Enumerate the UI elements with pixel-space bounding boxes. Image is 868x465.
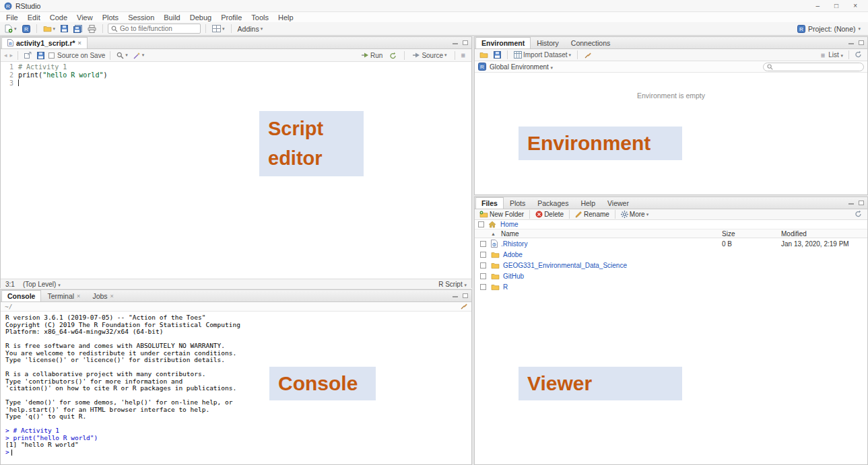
col-size-header[interactable]: Size [722,230,781,238]
tab-files[interactable]: Files [475,197,504,209]
run-button[interactable]: Run [360,51,384,60]
chevron-down-icon: ▾ [551,65,554,70]
search-icon [111,26,118,32]
tab-viewer[interactable]: Viewer [601,197,635,209]
project-dropdown[interactable]: R Project: (None) ▾ [797,25,865,33]
breadcrumb-home[interactable]: Home [500,221,519,228]
back-button[interactable]: ◂ [4,52,7,59]
console-output[interactable]: R version 3.6.1 (2019-07-05) -- "Action … [1,312,471,456]
tab-history-label: History [537,39,559,47]
menu-build[interactable]: Build [159,13,185,22]
row-checkbox[interactable] [480,241,486,247]
close-icon[interactable]: × [110,293,114,299]
row-checkbox[interactable] [480,284,486,290]
delete-button[interactable]: Delete [534,210,565,219]
menu-plots[interactable]: Plots [98,13,123,22]
tab-history[interactable]: History [531,37,565,48]
maximize-button[interactable]: □ [834,2,838,9]
new-folder-button[interactable]: New Folder [478,210,525,219]
new-file-button[interactable]: ▾ [3,24,18,34]
menu-tools[interactable]: Tools [246,13,273,22]
minimize-button[interactable]: – [816,2,820,9]
select-all-checkbox[interactable] [478,221,484,227]
code-editor[interactable]: 1 # Activity 1 2 print("hello R world") … [1,62,471,279]
minimize-pane-icon[interactable] [848,200,854,205]
tab-packages[interactable]: Packages [531,197,574,209]
menu-debug[interactable]: Debug [185,13,216,22]
global-environment-selector[interactable]: Global Environment ▾ [490,63,553,71]
new-project-button[interactable]: R [21,24,32,34]
folder-icon [491,283,500,291]
file-name-link[interactable]: .Rhistory [501,240,527,248]
file-type-selector[interactable]: R Script ▾ [438,281,467,288]
panes-layout-button[interactable]: ▾ [211,24,226,33]
list-view-selector[interactable]: List ▾ [828,51,843,59]
close-icon[interactable]: × [78,40,81,46]
maximize-pane-icon[interactable] [463,40,468,45]
tab-connections[interactable]: Connections [565,37,616,48]
menu-profile[interactable]: Profile [216,13,246,22]
menu-session[interactable]: Session [123,13,159,22]
tab-terminal[interactable]: Terminal× [41,290,86,301]
open-file-button[interactable]: ▾ [42,24,57,33]
tab-console[interactable]: Console [1,290,41,301]
minimize-pane-icon[interactable] [848,40,854,45]
file-name-link[interactable]: GEOG331_Environmental_Data_Science [503,262,627,269]
clear-console-button[interactable] [460,302,467,311]
import-dataset-button[interactable]: Import Dataset ▾ [512,50,572,59]
menu-code[interactable]: Code [45,13,72,22]
editor-tab-activity1-script[interactable]: R activity1_script.r* × [1,37,88,48]
environment-search-input[interactable] [775,63,859,70]
file-name-link[interactable]: GitHub [503,273,524,280]
file-name-link[interactable]: R [503,283,508,291]
minimize-pane-icon[interactable] [453,293,458,298]
menu-edit[interactable]: Edit [23,13,45,22]
popout-window-button[interactable] [23,51,33,59]
editor-save-button[interactable] [36,51,46,60]
goto-file-function-input[interactable] [120,25,194,32]
maximize-pane-icon[interactable] [859,201,864,205]
maximize-pane-icon[interactable] [463,293,468,298]
close-button[interactable]: × [853,2,857,9]
refresh-files-button[interactable] [855,210,864,219]
tab-jobs[interactable]: Jobs× [86,290,119,301]
tab-plots[interactable]: Plots [504,197,531,209]
tab-help[interactable]: Help [574,197,601,209]
rename-button[interactable]: Rename [574,210,611,219]
refresh-environment-button[interactable] [855,50,862,59]
close-icon[interactable]: × [77,293,80,299]
col-name-header[interactable]: ▲Name [491,230,722,238]
code-tools-button[interactable]: ▾ [132,51,146,60]
more-button[interactable]: More ▾ [620,210,650,219]
save-all-button[interactable] [72,24,84,34]
scope-selector[interactable]: (Top Level) ▾ [23,281,61,288]
col-modified-header[interactable]: Modified [781,230,867,238]
row-checkbox[interactable] [480,273,486,279]
menu-file[interactable]: File [1,13,23,22]
addins-dropdown[interactable]: Addins ▾ [236,24,265,34]
maximize-pane-icon[interactable] [859,40,864,45]
clear-environment-button[interactable] [582,50,593,59]
chevron-down-icon: ▾ [444,52,447,58]
row-checkbox[interactable] [480,262,486,269]
tab-environment[interactable]: Environment [475,37,531,48]
minimize-pane-icon[interactable] [453,40,458,45]
find-replace-button[interactable]: ▾ [115,51,129,60]
forward-button[interactable]: ▸ [10,52,13,59]
console-prompt-line[interactable]: > [5,449,471,456]
source-button[interactable]: Source ▾ [411,51,448,60]
print-button[interactable] [86,24,98,34]
load-workspace-button[interactable] [478,50,490,59]
save-button[interactable] [59,24,69,33]
save-workspace-button[interactable] [492,50,502,59]
row-checkbox[interactable] [480,252,486,258]
folder-icon [491,273,500,280]
file-name-link[interactable]: Adobe [503,251,523,258]
document-outline-icon[interactable]: ≡ [461,52,465,59]
menu-help[interactable]: Help [273,13,298,22]
menu-view[interactable]: View [72,13,98,22]
source-on-save-checkbox[interactable] [48,52,55,59]
list-view-icon: ≡ [821,52,825,59]
environment-tab-strip: Environment History Connections [475,37,867,49]
rerun-button[interactable] [388,51,398,60]
